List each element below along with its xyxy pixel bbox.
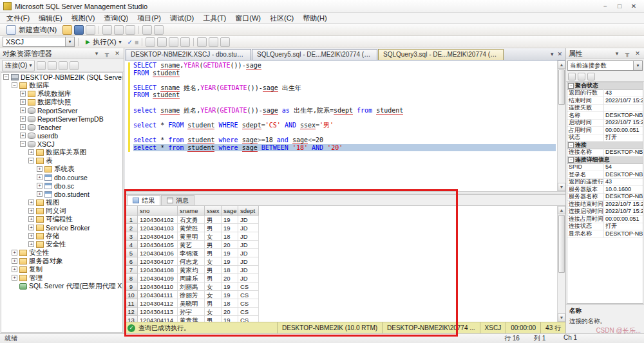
table-row[interactable]: 71204304108黄家均男18JD [125, 266, 557, 274]
tree-item[interactable]: +数据库关系图 [1, 148, 122, 156]
close-icon[interactable]: ✕ [113, 50, 121, 57]
expand-icon[interactable]: + [12, 258, 17, 264]
property-row[interactable]: 启动时间2022/10/7 15:22:53 [567, 120, 643, 127]
collapse-icon[interactable]: − [568, 83, 574, 89]
expand-icon[interactable]: + [37, 174, 43, 180]
tree-item[interactable]: +可编程性 [1, 215, 122, 223]
tree-item[interactable]: +Service Broker [1, 223, 122, 232]
expand-icon[interactable]: + [20, 91, 26, 97]
expand-icon[interactable]: + [20, 99, 26, 105]
table-row[interactable]: 111204304112吴晓明男18CS [125, 299, 557, 308]
tree-item[interactable]: +数据库快照 [1, 98, 122, 106]
editor-line[interactable] [133, 77, 556, 84]
editor-line[interactable]: select * from student where sage>=18 and… [133, 136, 556, 144]
expand-icon[interactable]: + [20, 107, 26, 113]
row-number[interactable]: 7 [125, 266, 138, 274]
property-row[interactable]: 占用时间00:00:00.051 [567, 127, 643, 134]
editor-line[interactable] [133, 99, 556, 107]
expand-icon[interactable]: + [12, 266, 17, 272]
menu-item[interactable]: 文件(F) [2, 13, 34, 24]
scroll-up-icon[interactable]: ▲ [558, 206, 565, 214]
row-number[interactable]: 9 [125, 283, 138, 291]
tree-item[interactable]: +dbo.course [1, 173, 122, 181]
scroll-up-icon[interactable]: ▲ [558, 60, 565, 69]
property-row[interactable]: SPID54 [567, 164, 643, 172]
expand-icon[interactable]: + [28, 199, 34, 205]
row-number[interactable]: 13 [125, 316, 138, 322]
save-icon[interactable] [74, 25, 84, 35]
tree-item[interactable]: +视图 [1, 198, 122, 207]
filter-icon[interactable] [70, 61, 79, 70]
expand-icon[interactable]: + [12, 250, 17, 255]
row-number[interactable]: 6 [125, 257, 138, 266]
table-row[interactable]: 121204304113孙宇女20CS [125, 308, 557, 316]
table-row[interactable]: 31204304104黄里明女18JD [125, 232, 557, 241]
tree-item[interactable]: −XSCJ [1, 140, 122, 148]
column-header[interactable]: ssex [205, 206, 222, 216]
tree-item[interactable]: +系统数据库 [1, 89, 122, 98]
toolbar-icon[interactable] [157, 37, 167, 47]
expand-icon[interactable]: + [28, 149, 34, 155]
column-header[interactable]: sage [222, 206, 238, 216]
tree-item[interactable]: −表 [1, 156, 122, 165]
table-row[interactable]: 101204304111徐丽芳女19CS [125, 291, 557, 299]
table-row[interactable]: 131204304114黄青莲男19CS [125, 316, 557, 322]
database-combo[interactable]: XSCJ ▾ [3, 37, 75, 47]
menu-item[interactable]: 查询(Q) [99, 13, 133, 24]
row-number[interactable]: 4 [125, 241, 138, 249]
property-row[interactable]: 连接状态打开 [567, 223, 643, 231]
property-row[interactable]: 登录名DESKTOP-NBME2IK [567, 171, 643, 179]
results-vertical-scrollbar[interactable]: ▲ ▼ [557, 206, 565, 322]
expand-icon[interactable]: + [37, 191, 43, 197]
menu-item[interactable]: 窗口(W) [231, 13, 265, 24]
editor-line[interactable] [133, 129, 556, 136]
menu-item[interactable]: 帮助(H) [298, 13, 331, 24]
table-row[interactable]: 41204304105黄艺男20JD [125, 241, 557, 249]
scrollbar-thumb[interactable] [558, 70, 565, 105]
property-row[interactable]: 连接启动时间2022/10/7 15:22:53 [567, 209, 643, 216]
chevron-down-icon[interactable]: ▾ [65, 37, 74, 46]
editor-line[interactable]: select * FROM student WHERE sdept='CS' A… [133, 122, 556, 129]
tree-item[interactable]: +Teacher [1, 123, 122, 131]
toolbar-icon[interactable] [209, 37, 218, 47]
scroll-down-icon[interactable]: ▼ [558, 313, 565, 322]
collapse-icon[interactable]: − [3, 74, 9, 80]
column-header[interactable]: sdept [238, 206, 259, 216]
row-number[interactable]: 12 [125, 308, 138, 316]
property-row[interactable]: 结束时间2022/10/7 15:22:53 [567, 97, 643, 105]
property-row[interactable]: 状态打开 [567, 134, 643, 142]
property-row[interactable]: 服务器版本10.0.1600 [567, 186, 643, 194]
editor-line[interactable]: SELECT sname,YEAR(GETDATE())-sage [133, 62, 556, 70]
stop-icon[interactable] [48, 61, 57, 70]
close-document-icon[interactable]: ✕ [557, 51, 562, 57]
tree-item[interactable]: +管理 [1, 273, 122, 282]
menu-item[interactable]: 调试(D) [166, 13, 198, 24]
expand-icon[interactable]: + [20, 116, 26, 122]
column-header[interactable]: sno [138, 206, 178, 216]
chevron-down-icon[interactable]: ▾ [633, 61, 642, 70]
editor-line[interactable]: select * from student where sage BETWEEN… [133, 144, 556, 152]
collapse-icon[interactable]: − [28, 158, 34, 163]
property-row[interactable]: 连接占用时间00:00:00.051 [567, 216, 643, 223]
toolbar-icon[interactable] [102, 25, 112, 35]
expand-icon[interactable]: + [28, 241, 34, 247]
expand-icon[interactable]: + [37, 166, 43, 172]
property-row[interactable]: 连接名称DESKTOP-NBME2IK [567, 149, 643, 157]
tree-item[interactable]: −DESKTOP-NBME2IK (SQL Server 10.0.160... [1, 73, 122, 81]
sql-editor[interactable]: SELECT sname,YEAR(GETDATE())-sageFROM st… [125, 60, 565, 191]
toolbar-icon[interactable] [169, 37, 178, 47]
collapse-icon[interactable]: − [12, 82, 17, 88]
tree-item[interactable]: +dbo.sc [1, 181, 122, 190]
row-number[interactable]: 1 [125, 216, 138, 224]
expand-icon[interactable]: + [20, 133, 26, 138]
tab-messages[interactable]: 消息 [161, 195, 194, 205]
doc-tab[interactable]: SQLQuery5.sql - DE...ME2IK\20774 (52))* [252, 49, 377, 60]
expand-icon[interactable]: + [28, 233, 34, 239]
menu-item[interactable]: 社区(C) [265, 13, 298, 24]
property-pages-icon[interactable] [587, 73, 595, 80]
table-row[interactable]: 61204304107何志龙女19JD [125, 257, 557, 266]
alphabetical-sort-icon[interactable] [578, 73, 585, 80]
column-header[interactable]: sname [178, 206, 205, 216]
scroll-down-icon[interactable]: ▼ [558, 183, 565, 191]
toolbar-icon[interactable] [126, 25, 135, 35]
